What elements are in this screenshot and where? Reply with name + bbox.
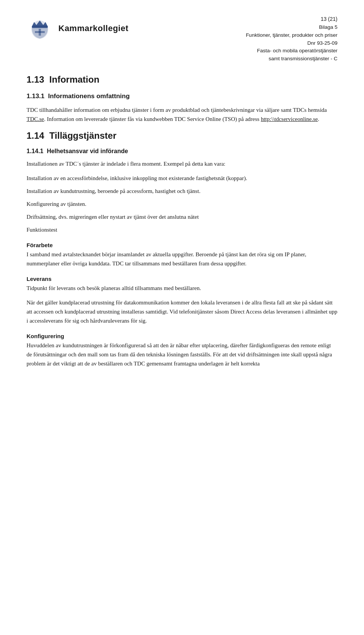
page: Kammarkollegiet 13 (21) Bilaga 5 Funktio… [0, 0, 364, 635]
page-number: 13 (21) [246, 15, 337, 24]
body-1131-paragraph1: TDC tillhandahåller information om erbju… [27, 105, 337, 124]
header-right: 13 (21) Bilaga 5 Funktioner, tjänster, p… [246, 15, 337, 63]
section-1131-title: Informationens omfattning [48, 93, 130, 100]
header-line5: samt transmissionstjänster - C [246, 55, 337, 63]
body-1131-link1[interactable]: TDC.se [27, 116, 44, 122]
funktionstest-item: Funktionstest [27, 225, 337, 234]
section-114-heading: 1.14 Tilläggstjänster [27, 130, 337, 141]
installation-items: Installation av en accessförbindelse, in… [27, 174, 337, 234]
section-113-heading: 1.13 Information [27, 74, 337, 85]
body-1131-link2[interactable]: http:\\tdcserviceonline.se [261, 116, 318, 122]
header-line3: Dnr 93-25-09 [246, 39, 337, 47]
svg-marker-1 [32, 20, 48, 27]
section-1131-number: 1.13.1 [27, 93, 44, 100]
konfigurering-item: Konfigurering av tjänsten. [27, 199, 337, 209]
leverans-body-p1: Tidpunkt för leverans och besök planeras… [27, 284, 337, 293]
header-left: Kammarkollegiet [27, 15, 129, 42]
body-1141-intro: Installationen av TDC´s tjänster är inde… [27, 159, 337, 168]
section-1141-title: Helhetsansvar vid införande [47, 148, 128, 154]
leverans-label: Leverans [27, 276, 337, 282]
logo-emblem-icon [27, 15, 53, 42]
forarbete-body: I samband med avtalstecknandet börjar in… [27, 250, 337, 268]
installation-item-1: Installation av en accessförbindelse, in… [27, 174, 337, 183]
leverans-body-p2: När det gäller kundplacerad utrustning f… [27, 298, 337, 325]
konfigurering2-label: Konfigurering [27, 333, 337, 339]
installation-item-2: Installation av kundutrustning, beroende… [27, 187, 337, 196]
section-114-number: 1.14 [27, 130, 44, 141]
section-113-title: Information [49, 74, 99, 85]
section-1131-heading: 1.13.1 Informationens omfattning [27, 93, 337, 100]
body-1131-text3: . [318, 116, 319, 122]
header: Kammarkollegiet 13 (21) Bilaga 5 Funktio… [27, 15, 337, 63]
section-1141-number: 1.14.1 [27, 148, 43, 154]
svg-rect-4 [35, 31, 45, 33]
header-line2: Funktioner, tjänster, produkter och pris… [246, 31, 337, 39]
section-114-title: Tilläggstjänster [49, 130, 116, 141]
header-line1: Bilaga 5 [246, 24, 337, 31]
body-1131-text2: . Information om levererade tjänster fås… [44, 116, 261, 122]
body-1131-text1: TDC tillhandahåller information om erbju… [27, 107, 327, 113]
svg-rect-2 [32, 26, 48, 28]
konfigurering-body: Huvuddelen av kundutrustningen är förkon… [27, 341, 337, 368]
section-113-number: 1.13 [27, 74, 44, 85]
driftsattning-item: Driftsättning, dvs. migreringen eller ny… [27, 212, 337, 221]
header-line4: Fasta- och mobila operatörstjänster [246, 47, 337, 55]
section-1141-heading: 1.14.1 Helhetsansvar vid införande [27, 148, 337, 155]
logo-text: Kammarkollegiet [58, 24, 129, 33]
forarbete-label: Förarbete [27, 242, 337, 248]
